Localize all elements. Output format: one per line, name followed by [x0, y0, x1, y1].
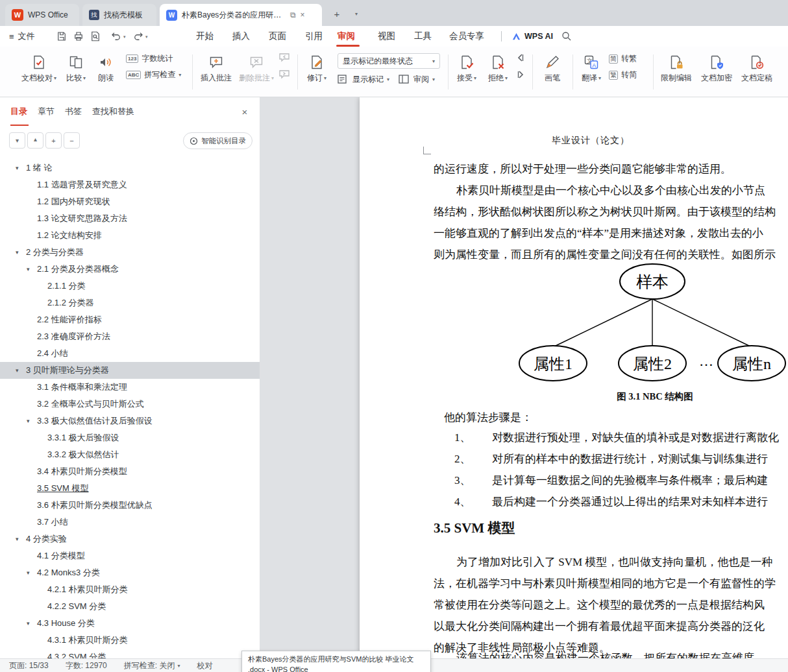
tab-chapters[interactable]: 章节	[38, 106, 55, 117]
outline-item[interactable]: 2.2 性能评价指标	[0, 311, 260, 328]
outline-item[interactable]: ▾4.2 Monks3 分类	[0, 564, 260, 581]
close-tab-icon[interactable]: ×	[301, 10, 305, 19]
menu-member[interactable]: 会员专享	[449, 26, 484, 47]
outline-item[interactable]: ▾4.3 House 分类	[0, 615, 260, 632]
outline-item[interactable]: 1.3 论文研究思路及方法	[0, 210, 260, 227]
file-menu-button[interactable]: ≡ 文件	[9, 26, 35, 47]
finalize-document-button[interactable]: 文档定稿	[737, 51, 776, 92]
outline-item[interactable]: 4.2.1 朴素贝叶斯分类	[0, 581, 260, 598]
print-icon[interactable]	[73, 30, 84, 42]
tab-bookmarks[interactable]: 书签	[65, 106, 82, 117]
tab-find-replace[interactable]: 查找和替换	[92, 106, 134, 117]
outline-item[interactable]: 4.3.1 朴素贝叶斯分类	[0, 632, 260, 649]
outline-item[interactable]: 3.5 SVM 模型	[0, 480, 260, 497]
restrict-editing-button[interactable]: 限制编辑	[657, 51, 696, 92]
tab-wps-home[interactable]: W WPS Office	[5, 4, 79, 26]
markup-state-dropdown[interactable]: 显示标记的最终状态▾	[338, 53, 440, 69]
save-icon[interactable]	[56, 30, 68, 42]
zoom-out-outline-button[interactable]: −	[64, 132, 80, 149]
window-split-icon[interactable]: ⧉	[290, 10, 296, 19]
accept-revision-button[interactable]: 接受▾	[452, 51, 482, 92]
page-indicator[interactable]: 页面: 15/33	[9, 660, 49, 671]
expand-all-button[interactable]: ▾	[27, 132, 43, 149]
svm-paragraph[interactable]: 为了增加对比引入了 SVM 模型，也叫做支持向量机，他也是一种 法，在机器学习中…	[434, 551, 788, 658]
expand-toggle-icon[interactable]: ▾	[27, 413, 30, 429]
outline-item[interactable]: 4.3.2 SVM 分类	[0, 649, 260, 658]
outline-item[interactable]: 2.1.1 分类	[0, 278, 260, 294]
document-body-text[interactable]: 的运行速度，所以对于处理一些分类问题它能够非常的适用。 朴素贝叶斯模型是由一个核…	[434, 158, 788, 265]
close-pane-icon[interactable]: ×	[238, 104, 252, 119]
expand-toggle-icon[interactable]: ▾	[16, 160, 19, 176]
word-count-indicator[interactable]: 字数: 12970	[66, 660, 107, 671]
new-tab-button[interactable]: +	[330, 6, 344, 21]
search-icon[interactable]	[561, 30, 573, 42]
review-pane-button[interactable]: 审阅▾	[399, 74, 435, 85]
outline-item[interactable]: 2.3 准确度评价方法	[0, 328, 260, 345]
menu-review[interactable]: 审阅	[338, 26, 355, 47]
outline-item[interactable]: ▾1 绪 论	[0, 160, 260, 176]
menu-page[interactable]: 页面	[269, 26, 286, 47]
word-count-button[interactable]: 123 字数统计	[126, 53, 181, 64]
outline-item[interactable]: 3.4 朴素贝叶斯分类模型	[0, 463, 260, 480]
redo-chevron-icon[interactable]: ▾	[145, 34, 148, 40]
tab-list-chevron-icon[interactable]: ▾	[349, 6, 363, 21]
doc-proofing-button[interactable]: 文档校对▾	[18, 51, 60, 92]
menu-reference[interactable]: 引用	[305, 26, 323, 47]
tab-template[interactable]: 找 找稿壳模板	[82, 4, 156, 26]
read-aloud-button[interactable]: 朗读	[92, 51, 120, 92]
show-markup-button[interactable]: 显示标记▾	[338, 74, 389, 85]
simplified-to-traditional-button[interactable]: 简 转繁	[609, 53, 637, 64]
tab-document[interactable]: W 朴素Bayes分类器的应用研究与 ⧉ ×	[160, 4, 322, 26]
collapse-all-button[interactable]: ▾	[9, 132, 25, 149]
tab-toc[interactable]: 目录	[10, 106, 27, 117]
outline-item-selected[interactable]: ▾3 贝叶斯理论与分类器	[0, 362, 260, 379]
expand-toggle-icon[interactable]: ▾	[27, 564, 30, 581]
encrypt-document-button[interactable]: 文档加密	[697, 51, 736, 92]
proofing-button[interactable]: 校对	[197, 660, 212, 671]
undo-icon[interactable]	[110, 30, 122, 42]
expand-toggle-icon[interactable]: ▾	[27, 261, 30, 278]
pen-button[interactable]: 画笔	[537, 51, 567, 92]
document-page[interactable]: 毕业设计（论文） 的运行速度，所以对于处理一些分类问题它能够非常的适用。 朴素贝…	[360, 97, 788, 658]
outline-item[interactable]: 4.1 分类模型	[0, 547, 260, 564]
previous-revision-icon[interactable]	[515, 53, 527, 64]
outline-item[interactable]: 4.2.2 SVM 分类	[0, 598, 260, 615]
traditional-to-simplified-button[interactable]: 繁 转简	[609, 69, 637, 80]
expand-toggle-icon[interactable]: ▾	[16, 244, 19, 261]
outline-item[interactable]: 2.4 小结	[0, 345, 260, 362]
outline-item[interactable]: 3.1 条件概率和乘法定理	[0, 379, 260, 396]
wps-ai-button[interactable]: WPS AI	[511, 26, 553, 47]
outline-item[interactable]: ▾4 分类实验	[0, 531, 260, 547]
outline-item[interactable]: ▾2 分类与分类器	[0, 244, 260, 261]
outline-item[interactable]: 3.2 全概率公式与贝叶斯公式	[0, 396, 260, 413]
reject-revision-button[interactable]: 拒绝▾	[483, 51, 513, 92]
outline-item[interactable]: 1.2 国内外研究现状	[0, 193, 260, 210]
insert-comment-button[interactable]: 插入批注	[196, 51, 236, 92]
smart-toc-button[interactable]: 智能识别目录	[183, 132, 252, 149]
undo-chevron-icon[interactable]: ▾	[123, 34, 126, 40]
next-revision-icon[interactable]	[515, 70, 527, 80]
expand-toggle-icon[interactable]: ▾	[16, 531, 19, 547]
expand-toggle-icon[interactable]: ▾	[16, 362, 19, 379]
outline-item[interactable]: 3.6 朴素贝叶斯分类模型优缺点	[0, 497, 260, 514]
outline-item[interactable]: 2.1.2 分类器	[0, 294, 260, 311]
track-changes-button[interactable]: 修订▾	[301, 51, 332, 92]
print-preview-icon[interactable]	[90, 30, 101, 42]
spell-check-status[interactable]: 拼写检查: 关闭▾	[124, 660, 180, 671]
menu-view[interactable]: 视图	[378, 26, 395, 47]
menu-tools[interactable]: 工具	[414, 26, 432, 47]
outline-item[interactable]: ▾2.1 分类及分类器概念	[0, 261, 260, 278]
outline-item[interactable]: 1.1 选题背景及研究意义	[0, 176, 260, 193]
compare-button[interactable]: 比较▾	[62, 51, 90, 92]
redo-icon[interactable]	[132, 30, 144, 42]
expand-toggle-icon[interactable]: ▾	[27, 615, 30, 632]
menu-insert[interactable]: 插入	[232, 26, 250, 47]
spell-check-button[interactable]: ABC 拼写检查▾	[126, 69, 181, 80]
zoom-in-outline-button[interactable]: +	[45, 132, 62, 149]
menu-home[interactable]: 开始	[196, 26, 214, 47]
outline-item[interactable]: 3.3.1 极大后验假设	[0, 429, 260, 446]
outline-item[interactable]: 1.2 论文结构安排	[0, 227, 260, 244]
outline-item[interactable]: 3.3.2 极大似然估计	[0, 446, 260, 463]
translate-button[interactable]: 文A 翻译▾	[576, 51, 606, 92]
outline-item[interactable]: 3.7 小结	[0, 514, 260, 531]
